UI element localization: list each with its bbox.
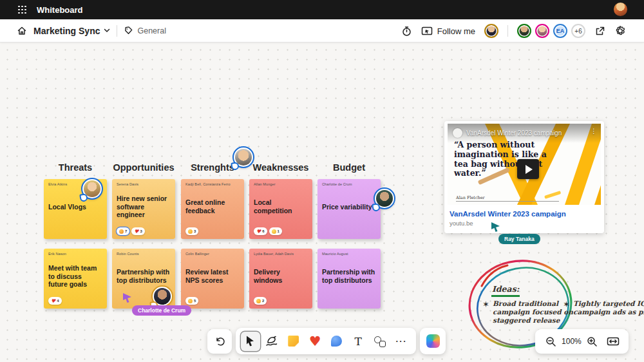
- fit-to-screen-button[interactable]: [603, 332, 623, 351]
- reaction-pill[interactable]: 5: [185, 297, 198, 305]
- video-thumbnail[interactable]: VanArsdel Winter 2023 campaign ⋮ “A pers…: [448, 124, 601, 205]
- sticky-note[interactable]: Allan Munger Local competition ♥6 1: [249, 179, 312, 239]
- more-tools-button[interactable]: ···: [392, 332, 411, 351]
- collaborator-avatar-initials[interactable]: EA: [553, 24, 567, 38]
- video-embed-card[interactable]: VanArsdel Winter 2023 campaign ⋮ “A pers…: [444, 121, 604, 233]
- collaborator-avatar[interactable]: [517, 24, 531, 38]
- ideas-bullet-2-line2: campaign ads as pilot: [573, 308, 644, 316]
- presence-overflow-badge[interactable]: +6: [571, 24, 585, 38]
- reaction-pill[interactable]: 7: [117, 227, 129, 235]
- app-bar: Whiteboard: [0, 0, 644, 19]
- copilot-icon: [426, 334, 440, 348]
- avatar-face: [376, 190, 393, 207]
- note-text: Partnership with top distributors: [322, 256, 376, 297]
- zoom-level-label[interactable]: 100%: [562, 337, 582, 346]
- zoom-in-icon: [587, 336, 598, 347]
- share-icon[interactable]: [594, 26, 605, 37]
- note-reactions: 3: [185, 227, 240, 236]
- fit-to-screen-icon: [607, 337, 620, 346]
- timer-icon[interactable]: [401, 26, 412, 37]
- note-reactions: 7 ♥3: [117, 227, 171, 236]
- column-header-budget[interactable]: Budget: [317, 162, 381, 173]
- ideas-bullet-2: Tightly targeted IG/FB campaign ads as p…: [573, 300, 644, 316]
- channel-badge[interactable]: General: [124, 26, 166, 35]
- play-button[interactable]: [517, 159, 539, 179]
- collaborator-bubble-avatar[interactable]: [234, 148, 253, 167]
- note-text: Price variability: [322, 186, 376, 227]
- sticky-note-tool-button[interactable]: [284, 332, 303, 351]
- note-text: Meet with team to discuss future goals: [48, 256, 102, 297]
- reaction-pill[interactable]: 2: [254, 297, 267, 305]
- avatar-face: [235, 149, 252, 166]
- presence-stack: EA +6: [517, 24, 585, 38]
- settings-gear-icon[interactable]: [614, 25, 626, 37]
- heart-icon: ♥: [51, 299, 55, 303]
- reaction-pill[interactable]: ♥4: [48, 297, 62, 305]
- collaborator-bubble-avatar[interactable]: [375, 189, 394, 208]
- reaction-pill[interactable]: ♥3: [131, 227, 145, 235]
- zoom-toolbar: 100%: [535, 329, 629, 354]
- note-reactions: [322, 227, 376, 236]
- ideas-bullet-2-line1: Tightly targeted IG/FB: [573, 300, 644, 307]
- channel-logo-icon: [453, 128, 462, 138]
- kebab-menu-icon[interactable]: ⋮: [591, 128, 598, 135]
- reaction-pill[interactable]: ♥6: [254, 227, 267, 235]
- menu-bar: Marketing Sync General Follow me EA +6: [0, 19, 644, 43]
- note-reactions: [322, 297, 376, 305]
- reaction-tool-button[interactable]: ♥: [305, 332, 325, 351]
- note-text: Hire new senior software engineer: [117, 186, 171, 227]
- app-launcher-waffle-icon[interactable]: [18, 6, 26, 14]
- ideas-heading: Ideas:: [492, 284, 519, 294]
- shapes-tool-button[interactable]: [370, 332, 390, 351]
- star-bullet-icon: ✶: [482, 300, 489, 309]
- laugh-icon: [272, 229, 276, 234]
- collaborator-avatar[interactable]: [535, 24, 549, 38]
- copilot-toolbar: [420, 328, 446, 354]
- zoom-out-icon: [545, 336, 556, 347]
- column-header-weaknesses[interactable]: Weaknesses: [249, 162, 312, 173]
- copilot-button[interactable]: [423, 332, 442, 351]
- reaction-pill[interactable]: 3: [185, 227, 198, 235]
- zoom-in-button[interactable]: [583, 332, 602, 351]
- collaborator-bubble-avatar[interactable]: [153, 287, 172, 306]
- sticky-note[interactable]: Lydia Bauer, Adah Davis Delivery windows…: [249, 249, 312, 309]
- sticky-note[interactable]: Serena Davis Hire new senior software en…: [112, 179, 175, 239]
- board-name-label: Marketing Sync: [33, 26, 100, 36]
- reaction-pill[interactable]: 1: [269, 227, 282, 235]
- comment-bubble-icon: [331, 336, 342, 347]
- pen-icon: [265, 336, 278, 347]
- note-reactions: [48, 227, 102, 236]
- text-tool-icon: T: [355, 335, 362, 348]
- heart-reaction-icon: ♥: [309, 335, 321, 348]
- cursor-name-tag: Ray Tanaka: [498, 234, 540, 244]
- column-header-opportunities[interactable]: Opportunities: [112, 162, 175, 173]
- text-tool-button[interactable]: T: [348, 332, 368, 351]
- sticky-note[interactable]: Erik Nason Meet with team to discuss fut…: [44, 249, 107, 309]
- zoom-out-button[interactable]: [541, 332, 560, 351]
- teal-cursor-icon: [491, 222, 501, 233]
- collaborator-bubble-avatar[interactable]: [82, 179, 102, 198]
- sticky-note[interactable]: Mauricio August Partnership with top dis…: [317, 249, 381, 309]
- select-tool-button[interactable]: [241, 332, 260, 351]
- main-toolbar: ♥ T ···: [236, 328, 416, 354]
- column-header-threats[interactable]: Threats: [44, 162, 107, 173]
- presenter-avatar[interactable]: [484, 24, 498, 38]
- heart-icon: ♥: [134, 229, 138, 234]
- undo-toolbar: [207, 329, 232, 354]
- ideas-green-underline: [491, 295, 520, 297]
- whiteboard-canvas[interactable]: Threats Opportunities Strenghts Weakness…: [0, 43, 644, 362]
- ink-pen-tool-button[interactable]: [262, 332, 281, 351]
- account-avatar[interactable]: [614, 3, 627, 16]
- cursor-name-tag: Charlotte de Crum: [132, 305, 191, 316]
- sticky-note[interactable]: Charlotte de Crum Price variability: [317, 179, 381, 239]
- follow-me-button[interactable]: Follow me: [421, 26, 475, 36]
- home-icon[interactable]: [17, 26, 27, 36]
- sticky-note[interactable]: Colin Ballinger Review latest NPS scores…: [181, 249, 244, 309]
- undo-button[interactable]: [210, 332, 229, 351]
- sticky-note[interactable]: Kadji Bell, Constanza Ferro Great online…: [181, 179, 244, 239]
- avatar-face: [84, 180, 100, 197]
- video-link[interactable]: VanArsdel Winter 2023 campaign: [450, 210, 599, 218]
- comment-tool-button[interactable]: [327, 332, 346, 351]
- board-name-menu[interactable]: Marketing Sync: [33, 26, 110, 36]
- purple-cursor-icon: [122, 292, 133, 303]
